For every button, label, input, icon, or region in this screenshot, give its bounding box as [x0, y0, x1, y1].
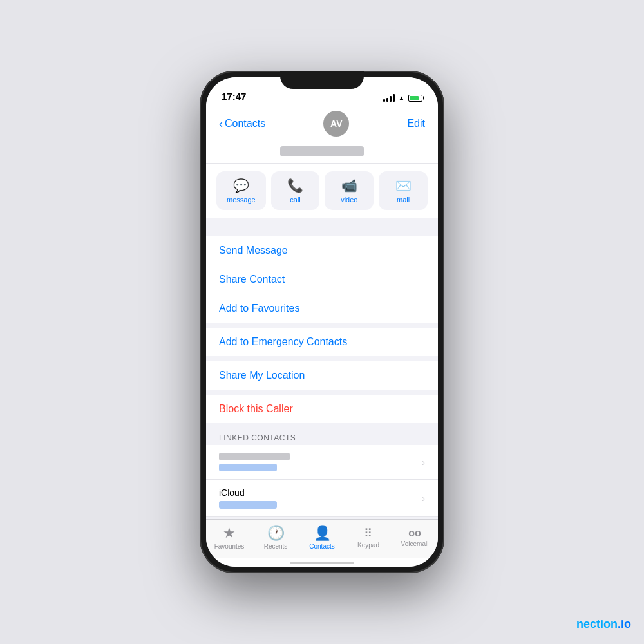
send-message-label: Send Message: [219, 245, 288, 256]
spacer-3: [206, 356, 438, 361]
mail-label: mail: [397, 196, 410, 204]
contact-name-blurred: [280, 146, 364, 156]
back-label: Contacts: [225, 118, 265, 129]
back-chevron-icon: ‹: [219, 117, 223, 131]
phone-screen: 17:47 ▲ ‹ Co: [206, 77, 438, 567]
mail-icon: ✉️: [395, 178, 412, 193]
spacer-2: [206, 323, 438, 328]
add-emergency-label: Add to Emergency Contacts: [219, 336, 347, 348]
block-caller-item[interactable]: Block this Caller: [206, 395, 438, 423]
mail-button[interactable]: ✉️ mail: [379, 171, 428, 210]
keypad-icon: ⠿: [364, 526, 373, 540]
block-caller-label: Block this Caller: [219, 403, 293, 415]
linked-contact-1-content: [219, 453, 290, 471]
status-time: 17:47: [222, 91, 246, 102]
video-label: video: [341, 196, 357, 204]
signal-icon: [383, 94, 395, 102]
video-button[interactable]: 📹 video: [325, 171, 374, 210]
tab-favourites[interactable]: ★ Favourites: [206, 525, 252, 550]
linked-contacts-header: LINKED CONTACTS: [206, 428, 438, 445]
linked-2-source: iCloud: [219, 488, 277, 498]
home-bar: [290, 562, 354, 564]
menu-section-3: Share My Location: [206, 361, 438, 390]
contacts-icon: 👤: [314, 525, 331, 542]
recents-icon: 🕐: [267, 525, 285, 542]
home-indicator: [206, 558, 438, 567]
linked-1-source-blurred: [219, 453, 290, 460]
linked-contact-1[interactable]: ›: [206, 445, 438, 480]
spacer-4: [206, 390, 438, 395]
linked-1-chevron-icon: ›: [422, 457, 425, 468]
tab-voicemail[interactable]: oo Voicemail: [392, 527, 438, 547]
avatar-initials: AV: [330, 118, 342, 129]
voicemail-icon: oo: [408, 527, 421, 539]
message-button[interactable]: 💬 message: [216, 171, 266, 210]
share-location-label: Share My Location: [219, 370, 305, 381]
edit-button[interactable]: Edit: [407, 118, 425, 129]
contacts-label: Contacts: [309, 543, 334, 550]
back-button[interactable]: ‹ Contacts: [219, 117, 265, 131]
favourites-icon: ★: [223, 525, 236, 542]
linked-2-chevron-icon: ›: [422, 493, 425, 504]
share-location-item[interactable]: Share My Location: [206, 361, 438, 390]
favourites-label: Favourites: [214, 543, 245, 550]
notch: [280, 71, 364, 89]
call-label: call: [290, 196, 301, 204]
keypad-label: Keypad: [357, 542, 379, 549]
linked-contact-2-content: iCloud: [219, 488, 277, 509]
add-favourites-label: Add to Favourites: [219, 303, 299, 314]
nav-bar: ‹ Contacts AV Edit: [206, 106, 438, 142]
contact-name-area: [206, 142, 438, 164]
spacer-5: [206, 423, 438, 428]
status-icons: ▲: [383, 94, 422, 102]
tab-keypad[interactable]: ⠿ Keypad: [345, 526, 392, 549]
call-button[interactable]: 📞 call: [271, 171, 320, 210]
action-buttons-row: 💬 message 📞 call 📹 video ✉️ mail: [206, 164, 438, 218]
message-icon: 💬: [233, 178, 249, 193]
tab-contacts[interactable]: 👤 Contacts: [299, 525, 345, 550]
tab-recents[interactable]: 🕐 Recents: [252, 525, 299, 550]
menu-section-4: Block this Caller: [206, 395, 438, 423]
linked-2-name-blurred: [219, 501, 277, 509]
add-emergency-item[interactable]: Add to Emergency Contacts: [206, 328, 438, 356]
phone-frame: 17:47 ▲ ‹ Co: [200, 71, 444, 573]
send-message-item[interactable]: Send Message: [206, 236, 438, 265]
recents-label: Recents: [264, 543, 288, 550]
spacer-1: [206, 218, 438, 236]
add-favourites-item[interactable]: Add to Favourites: [206, 294, 438, 323]
message-label: message: [227, 196, 256, 204]
contact-avatar: AV: [323, 111, 349, 137]
video-icon: 📹: [341, 178, 357, 193]
battery-icon: [408, 95, 422, 102]
wifi-icon: ▲: [398, 94, 405, 102]
linked-contact-2[interactable]: iCloud ›: [206, 480, 438, 517]
call-icon: 📞: [287, 178, 303, 193]
share-contact-item[interactable]: Share Contact: [206, 265, 438, 294]
voicemail-label: Voicemail: [401, 540, 429, 547]
tab-bar: ★ Favourites 🕐 Recents 👤 Contacts ⠿ Keyp…: [206, 519, 438, 558]
linked-1-name-blurred: [219, 464, 277, 471]
share-contact-label: Share Contact: [219, 274, 285, 285]
menu-section: Send Message Share Contact Add to Favour…: [206, 236, 438, 323]
scroll-area: Send Message Share Contact Add to Favour…: [206, 218, 438, 519]
watermark: nection.io: [576, 618, 631, 631]
menu-section-2: Add to Emergency Contacts: [206, 328, 438, 356]
